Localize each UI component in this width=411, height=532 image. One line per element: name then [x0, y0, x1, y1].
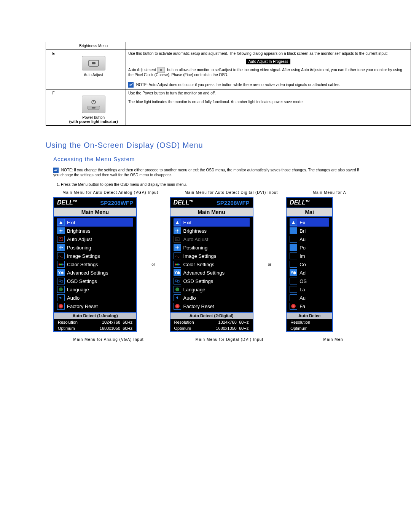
steps-list: Press the Menu button to open the OSD me…: [61, 182, 411, 187]
osd-status: Auto Detect (2:Digital): [170, 312, 253, 319]
menu-item-factory-reset[interactable]: Fa: [290, 302, 329, 310]
row-letter-e: E: [46, 50, 61, 89]
auto-adjust-note: NOTE: Auto Adjust does not occur if you …: [128, 82, 408, 88]
osd-resolution-row: Resolution: [287, 319, 332, 325]
menu-item-language[interactable]: Language: [174, 285, 250, 294]
image-settings-icon: [174, 252, 181, 259]
menu-item-advanced-settings[interactable]: Y✱Ad: [290, 268, 329, 277]
advanced-settings-icon: Y✱: [290, 269, 297, 276]
advanced-settings-icon: Y✱: [174, 269, 181, 276]
osd-title: Mai: [287, 208, 332, 217]
power-button-graphic: [82, 96, 105, 113]
auto-adjust-label: Auto Adjust: [84, 73, 103, 77]
menu-item-osd-settings[interactable]: OSD Settings: [174, 277, 250, 285]
caption-bottom-3: Main Men: [299, 337, 368, 342]
menu-item-advanced-settings[interactable]: Y✱Advanced Settings: [174, 268, 250, 277]
subsection-heading-access: Accessing the Menu System: [53, 156, 411, 162]
osd-optimum-row: Optimum1680x1050 60Hz: [54, 325, 136, 331]
exit-icon: [290, 219, 297, 226]
image-settings-icon: [57, 252, 65, 259]
audio-icon: [174, 294, 181, 301]
language-icon: [57, 286, 65, 293]
caption-top-2: Main Menu for Auto Detect Digital (DVI) …: [172, 190, 290, 195]
step-1: Press the Menu button to open the OSD me…: [61, 182, 411, 187]
svg-point-10: [60, 230, 62, 232]
osd-menu-analog: DELLTMSP2208WFP Main Menu Exit Brightnes…: [53, 197, 137, 332]
svg-point-19: [177, 230, 178, 232]
caption-bottom-2: Main Menu for Digital (DVI) Input: [172, 337, 287, 342]
advanced-settings-icon: Y✱: [57, 269, 65, 276]
osd-settings-icon: [174, 278, 181, 284]
svg-rect-17: [61, 281, 63, 282]
auto-adjust-desc-2: Auto Adjustment button allows the monito…: [128, 67, 408, 77]
svg-rect-8: [92, 107, 96, 109]
section-heading-osd: Using the On-Screen Display (OSD) Menu: [46, 141, 411, 150]
menu-item-factory-reset[interactable]: Factory Reset: [174, 302, 250, 310]
osd-resolution-row: Resolution1024x768 60Hz: [54, 319, 136, 325]
osd-menu-cutoff: DELLTM Mai Ex Bri Au Po Im Co Y✱Ad OS La…: [286, 197, 333, 332]
menu-item-exit[interactable]: Exit: [57, 218, 133, 227]
menu-item-audio[interactable]: Audio: [174, 294, 250, 302]
svg-rect-25: [175, 280, 177, 281]
caption-bottom-1: Main Menu for Analog (VGA) Input: [53, 337, 164, 342]
row-letter-f: F: [46, 89, 61, 126]
menu-item-language[interactable]: La: [290, 285, 329, 294]
controls-table: Brightness Menu E Auto Adjust Use this b…: [46, 42, 411, 126]
osd-note: NOTE: If you change the settings and the…: [53, 168, 365, 177]
exit-icon: [174, 219, 181, 226]
factory-reset-icon: [290, 303, 297, 310]
brightness-menu-label: Brightness Menu: [79, 44, 108, 48]
menu-item-brightness[interactable]: Brightness: [174, 227, 250, 235]
menu-item-positioning[interactable]: Po: [290, 243, 329, 252]
factory-reset-icon: [57, 303, 65, 310]
menu-item-audio[interactable]: Au: [290, 294, 329, 302]
osd-menu-digital: DELLTMSP2208WFP Main Menu Exit Brightnes…: [170, 197, 253, 332]
dell-logo: DELLTM: [290, 199, 309, 206]
menu-item-image-settings[interactable]: Image Settings: [174, 252, 250, 260]
language-icon: [174, 286, 181, 293]
color-settings-icon: [174, 261, 181, 268]
svg-point-3: [160, 69, 162, 71]
menu-item-color-settings[interactable]: Co: [290, 260, 329, 268]
menu-item-brightness[interactable]: Bri: [290, 227, 329, 235]
svg-rect-4: [128, 82, 134, 88]
dell-logo: DELLTM: [57, 199, 77, 206]
menu-item-exit[interactable]: Exit: [174, 218, 250, 227]
menu-item-auto-adjust[interactable]: Au: [290, 235, 329, 243]
auto-adjust-progress-chip: Auto Adjust In Progress: [246, 59, 291, 64]
model-label: SP2208WFP: [217, 200, 250, 206]
menu-item-exit[interactable]: Ex: [290, 218, 329, 227]
dell-logo: DELLTM: [174, 199, 193, 206]
menu-item-factory-reset[interactable]: Factory Reset: [57, 302, 133, 310]
or-separator: or: [254, 262, 285, 267]
auto-adjust-button-graphic: [82, 56, 105, 70]
menu-item-language[interactable]: Language: [57, 285, 133, 294]
menu-item-osd-settings[interactable]: OS: [290, 277, 329, 285]
menu-item-auto-adjust[interactable]: Auto Adjust: [57, 235, 133, 243]
audio-icon: [290, 294, 297, 301]
menu-item-brightness[interactable]: Brightness: [57, 227, 133, 235]
auto-adjust-icon: [174, 236, 181, 243]
menu-item-color-settings[interactable]: Color Settings: [57, 260, 133, 268]
brightness-icon: [174, 227, 181, 234]
menu-item-image-settings[interactable]: Image Settings: [57, 252, 133, 260]
positioning-icon: [174, 244, 181, 251]
osd-title: Main Menu: [54, 208, 136, 217]
factory-reset-icon: [174, 303, 181, 310]
svg-rect-16: [59, 280, 61, 281]
power-desc-2: The blue light indicates the monitor is …: [128, 100, 408, 104]
svg-rect-26: [177, 281, 179, 282]
caption-top-3: Main Menu for A: [295, 190, 364, 195]
menu-item-positioning[interactable]: Positioning: [174, 243, 250, 252]
menu-item-osd-settings[interactable]: OSD Settings: [57, 277, 133, 285]
menu-item-color-settings[interactable]: Color Settings: [174, 260, 250, 268]
menu-item-advanced-settings[interactable]: Y✱Advanced Settings: [57, 268, 133, 277]
menu-item-image-settings[interactable]: Im: [290, 252, 329, 260]
menu-item-positioning[interactable]: Positioning: [57, 243, 133, 252]
exit-icon: [57, 219, 65, 226]
model-label: SP2208WFP: [100, 200, 133, 206]
osd-optimum-row: Optimum1680x1050 60Hz: [170, 325, 253, 331]
auto-adjust-inline-icon: [157, 67, 165, 73]
menu-item-audio[interactable]: Audio: [57, 294, 133, 302]
auto-adjust-icon: [57, 236, 65, 243]
